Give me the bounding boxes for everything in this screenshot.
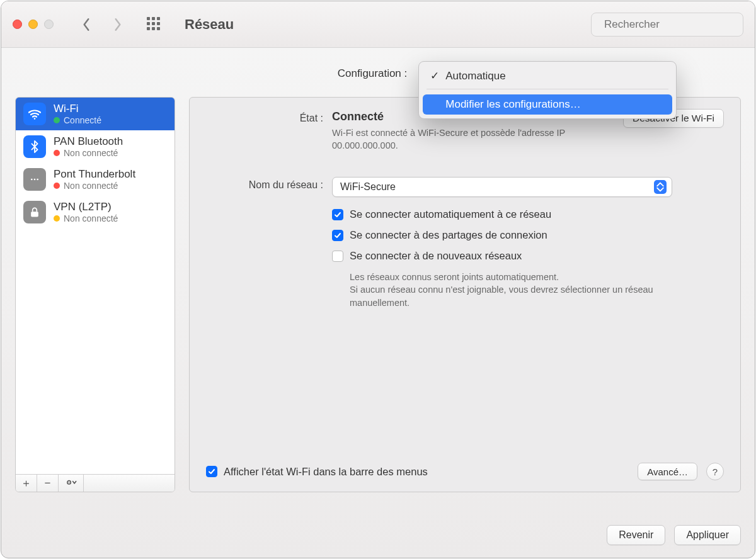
select-stepper-icon: [654, 180, 667, 194]
network-prefs-window: Réseau Configuration : ✓ Automatique M: [1, 1, 755, 558]
service-name: PAN Bluetooth: [54, 135, 123, 148]
nav-buttons: [76, 12, 128, 37]
svg-point-2: [34, 118, 36, 120]
service-item-wifi[interactable]: Wi-Fi Connecté: [16, 98, 175, 130]
new-networks-hint: Les réseaux connus seront joints automat…: [350, 271, 665, 309]
show-all-prefs-icon[interactable]: [147, 17, 162, 32]
window-controls: [13, 20, 54, 29]
status-dot-icon: [54, 117, 60, 123]
window-buttons: Revenir Appliquer: [607, 525, 741, 545]
show-wifi-status-checkbox-row[interactable]: Afficher l'état Wi-Fi dans la barre des …: [206, 466, 428, 478]
network-name-value: WiFi-Secure: [340, 181, 654, 193]
state-description: Wi-Fi est connecté à WiFi-Secure et poss…: [332, 127, 622, 152]
auto-connect-checkbox-row[interactable]: Se connecter automatiquement à ce réseau: [332, 208, 724, 220]
svg-point-8: [68, 482, 69, 483]
service-name: Wi-Fi: [54, 103, 101, 115]
revert-button[interactable]: Revenir: [607, 525, 665, 545]
checkbox-icon: [332, 251, 343, 262]
service-name: VPN (L2TP): [54, 201, 118, 213]
thunderbolt-bridge-icon: [23, 168, 46, 191]
checkbox-label: Afficher l'état Wi-Fi dans la barre des …: [224, 466, 428, 478]
window-title: Réseau: [185, 16, 234, 33]
service-list: Wi-Fi Connecté PAN Bluetooth Non connect…: [16, 98, 175, 474]
search-input[interactable]: [603, 18, 739, 31]
config-option-label: Modifier les configurations…: [445, 98, 580, 111]
bluetooth-icon: [23, 135, 46, 158]
advanced-button[interactable]: Avancé…: [638, 463, 697, 480]
status-dot-icon: [54, 215, 60, 222]
svg-rect-6: [31, 212, 38, 217]
hotspot-checkbox-row[interactable]: Se connecter à des partages de connexion: [332, 229, 724, 241]
network-name-label: Nom du réseau :: [206, 177, 332, 191]
service-item-thunderbolt[interactable]: Pont Thunderbolt Non connecté: [16, 163, 175, 196]
checkbox-icon: [206, 466, 217, 477]
service-item-vpn[interactable]: VPN (L2TP) Non connecté: [16, 196, 175, 229]
wifi-icon: [23, 103, 46, 125]
configuration-row: Configuration : ✓ Automatique Modifier l…: [15, 60, 741, 87]
service-status: Connecté: [64, 115, 101, 125]
config-option-edit[interactable]: Modifier les configurations…: [423, 94, 672, 115]
svg-point-5: [37, 179, 38, 181]
close-window-icon[interactable]: [13, 20, 22, 29]
body: Configuration : ✓ Automatique Modifier l…: [1, 48, 755, 558]
config-option-label: Automatique: [445, 70, 505, 82]
service-status: Non connecté: [64, 181, 118, 191]
svg-point-4: [34, 179, 36, 181]
sidebar-footer: ＋ −: [16, 474, 175, 492]
checkbox-icon: [332, 230, 343, 241]
checkbox-icon: [332, 209, 343, 220]
svg-point-3: [31, 179, 33, 181]
status-dot-icon: [54, 150, 60, 156]
state-label: État :: [206, 110, 332, 124]
configuration-label: Configuration :: [338, 67, 408, 80]
service-actions-button[interactable]: [59, 475, 84, 492]
back-button[interactable]: [76, 12, 96, 37]
dropdown-separator: [427, 89, 668, 89]
lock-icon: [23, 201, 46, 223]
checkbox-label: Se connecter à de nouveaux réseaux: [350, 250, 522, 262]
checkbox-label: Se connecter automatiquement à ce réseau: [350, 208, 551, 220]
status-dot-icon: [54, 183, 60, 189]
toolbar: Réseau: [1, 1, 755, 48]
configuration-dropdown[interactable]: ✓ Automatique Modifier les configuration…: [418, 61, 677, 119]
remove-service-button[interactable]: −: [37, 475, 59, 492]
minimize-window-icon[interactable]: [28, 20, 38, 29]
detail-panel: Désactiver le Wi-Fi État : Connecté Wi-F…: [189, 97, 741, 492]
service-name: Pont Thunderbolt: [54, 168, 135, 181]
zoom-window-icon: [44, 20, 54, 29]
search-field[interactable]: [591, 13, 743, 37]
panel-footer: Afficher l'état Wi-Fi dans la barre des …: [206, 463, 724, 480]
columns: Wi-Fi Connecté PAN Bluetooth Non connect…: [15, 97, 741, 492]
checkmark-icon: ✓: [430, 69, 439, 82]
network-name-select[interactable]: WiFi-Secure: [332, 177, 672, 197]
service-item-bluetooth[interactable]: PAN Bluetooth Non connecté: [16, 130, 175, 163]
service-status: Non connecté: [64, 148, 118, 158]
config-option-automatic[interactable]: ✓ Automatique: [423, 65, 672, 86]
service-sidebar: Wi-Fi Connecté PAN Bluetooth Non connect…: [15, 97, 175, 492]
apply-button[interactable]: Appliquer: [674, 525, 741, 545]
help-button[interactable]: ?: [706, 463, 724, 480]
forward-button[interactable]: [108, 12, 128, 37]
checkbox-label: Se connecter à des partages de connexion: [350, 229, 547, 241]
service-status: Non connecté: [64, 213, 118, 223]
add-service-button[interactable]: ＋: [16, 475, 37, 492]
new-networks-checkbox-row[interactable]: Se connecter à de nouveaux réseaux: [332, 250, 724, 262]
